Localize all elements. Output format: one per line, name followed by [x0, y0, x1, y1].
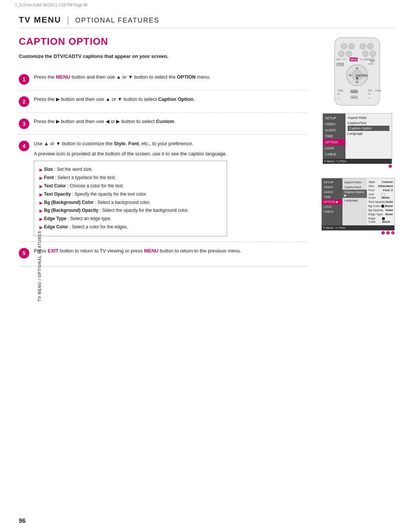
menu-footer-1: ≡ Move □□ Prev [323, 159, 392, 164]
menu2-mid-col: Aspect Ratio Caption/Text Caption Option… [342, 178, 367, 225]
m2-font-label: Font [368, 188, 374, 192]
m2-bgcolor-label: Bg Color [368, 204, 380, 208]
black-swatch-2 [382, 217, 385, 220]
menu2-inner: SETUP VIDEO AUDIO TIME OPTION ▶ LOCK CAB… [322, 178, 394, 225]
up-arrow-2: ▲ [106, 96, 111, 102]
section-heading: CAPTION OPTION [19, 36, 308, 47]
menu-keyword: MENU [56, 74, 70, 80]
menu-item-audio: AUDIO [323, 127, 345, 133]
m2-aspect: Aspect Ratio [342, 180, 367, 185]
svg-text:ENTER: ENTER [356, 74, 368, 78]
m2-caption-opt: Caption Option ▶ [342, 190, 367, 198]
m2-edgecolor-row: Edge Color Black [368, 216, 393, 224]
svg-text:−: − [338, 96, 340, 100]
svg-text:SAP: SAP [370, 59, 375, 62]
black-swatch [381, 205, 384, 208]
option-bg-opacity: ▶Bg (Background) Opacity : Select the op… [39, 207, 221, 215]
m2-video: VIDEO [322, 185, 342, 190]
right-arrow-2: ▶ [56, 96, 60, 102]
svg-point-1 [341, 43, 347, 49]
m2-cable: CABLE [322, 209, 342, 214]
step-number-3: 3 [19, 119, 29, 129]
menu-item-lock: LOCK [323, 145, 345, 151]
m2-style-label: Style [368, 180, 375, 184]
step-text-4: Use ▲ or ▼ button to customize the Style… [34, 140, 227, 236]
m2-textopacity-label: Text Opacity [368, 200, 385, 204]
menu2-footer: ≡ Move □□ Prev [322, 225, 394, 230]
m2-bgopacity-val: Solid [385, 208, 393, 212]
m2-size-label: Size [368, 184, 374, 188]
page-number: 96 [19, 518, 26, 524]
step-4: 4 Use ▲ or ▼ button to customize the Sty… [19, 135, 308, 242]
svg-text:FLASH: FLASH [351, 91, 358, 93]
svg-text:+: + [338, 92, 340, 96]
intro-text: Customize the DTV/CADTV captions that ap… [19, 53, 308, 61]
up-arrow: ▲ [116, 74, 121, 80]
right-arrow-3: ▶ [56, 119, 60, 124]
m2-textopacity-val: Solid [385, 200, 393, 204]
svg-text:MUTE: MUTE [351, 96, 358, 99]
option-aspect-ratio: Aspect Ratio [348, 115, 389, 120]
step-text-1: Press the MENU button and then use ▲ or … [34, 73, 211, 81]
sidebar-label: TV MENU / OPTIONAL FEATURES [38, 231, 42, 301]
option-language: Language [348, 131, 389, 136]
file-info: 1_512Ven-Edit2 06/10/11 2:53 PM Page 96 [15, 3, 88, 7]
menu-item-time: TIME [323, 133, 345, 139]
svg-point-4 [367, 43, 373, 49]
content-area: CAPTION OPTION Customize the DTV/CADTV c… [19, 36, 395, 269]
bottom-divider [19, 266, 308, 266]
down-arrow: ▼ [128, 74, 133, 80]
option-edge-color: ▶Edge Color : Select a color for the edg… [39, 223, 221, 231]
footer-move: ≡ Move [324, 160, 334, 163]
step-text-3: Press the ▶ button and then use ◀ or ▶ b… [34, 118, 176, 126]
menu-right-col-1: Aspect Ratio Caption/Text Caption Option… [345, 114, 392, 159]
menu-screenshot-1: SETUP VIDEO AUDIO TIME OPTION LOCK CABLE… [323, 113, 392, 164]
m2-style-val: Custom [382, 180, 393, 184]
title-sub: OPTIONAL FEATURES [75, 17, 159, 24]
step-text-2: Press the ▶ button and then use ▲ or ▼ b… [34, 96, 195, 103]
menu-keyword-5: MENU [144, 248, 158, 254]
m2-edgetype-val: None [385, 213, 393, 216]
step-number-5: 5 [19, 248, 29, 258]
m2-audio: AUDIO [322, 190, 342, 195]
step4-options-box: ▶Size : Set the word size. ▶Font : Selec… [34, 161, 227, 236]
step-2: 2 Press the ▶ button and then use ▲ or ▼… [19, 90, 308, 112]
title-main: TV MENU [19, 15, 61, 24]
up-arrow-4: ▲ [44, 141, 49, 146]
menu2-right-col: Style Custom Size AStandard Font Font_0 [367, 178, 394, 225]
down-arrow-2: ▼ [117, 96, 122, 102]
svg-point-5 [338, 51, 344, 57]
m2-bgopacity-label: Bg Opacity [368, 208, 383, 212]
badge-1: ❶ [323, 164, 392, 169]
m2-setup: SETUP [322, 180, 342, 185]
svg-text:+: + [368, 92, 371, 96]
svg-point-8 [370, 51, 376, 57]
title-separator: | [67, 15, 70, 24]
option-size: ▶Size : Set the word size. [39, 166, 221, 174]
m2-edgetype-label: Edge Type [368, 213, 383, 216]
menu-item-option: OPTION [323, 139, 345, 145]
remote-image: DAY- CC MENU TV GUIDE SAP DAY+ EXIT ENTE… [323, 36, 391, 107]
menu-item-video: VIDEO [323, 121, 345, 127]
menu-item-setup: SETUP [323, 115, 345, 121]
svg-text:MENU: MENU [350, 58, 358, 61]
m2-textcolor-val: White [382, 193, 393, 199]
option-caption-text: Caption/Text [348, 120, 389, 126]
option-edge-type: ▶Edge Type : Select an edge type. [39, 215, 221, 223]
option-text-color: ▶Text Color : Choose a color for the tex… [39, 182, 221, 190]
header-bar: 1_512Ven-Edit2 06/10/11 2:53 PM Page 96 [0, 3, 406, 7]
svg-text:CC: CC [343, 58, 346, 61]
menu-left-col-1: SETUP VIDEO AUDIO TIME OPTION LOCK CABLE [323, 114, 345, 159]
svg-text:−: − [368, 96, 371, 100]
svg-text:DAY+: DAY+ [368, 63, 374, 65]
m2-footer-move: ≡ Move [323, 226, 333, 230]
right-arrow-3b: ▶ [116, 119, 120, 124]
m2-bgcolor-row: Bg Color Black [368, 204, 393, 208]
step-number-2: 2 [19, 96, 29, 107]
svg-point-6 [346, 51, 352, 57]
m2-style-row: Style Custom [368, 180, 393, 184]
m2-size-row: Size AStandard [368, 184, 393, 188]
m2-size-val: AStandard [378, 184, 393, 188]
m2-font-val: Font_0 [383, 188, 393, 192]
badge-234: ❷ ❸ ❹ [321, 231, 395, 236]
